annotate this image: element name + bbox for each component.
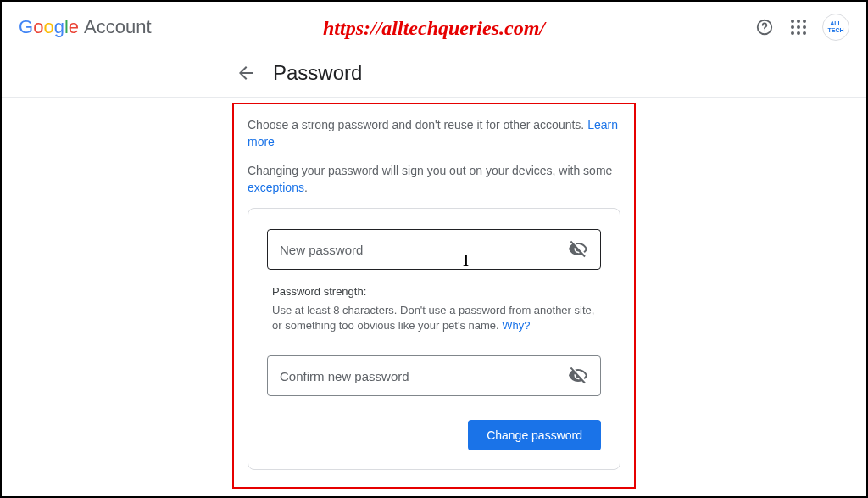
profile-avatar[interactable]: ALL TECH: [822, 14, 849, 41]
password-strength-text: Use at least 8 characters. Don't use a p…: [267, 303, 601, 333]
why-link[interactable]: Why?: [502, 319, 530, 332]
intro-line-1: Choose a strong password and don't reuse…: [248, 116, 620, 150]
toggle-visibility-icon[interactable]: [568, 239, 588, 260]
button-row: Change password: [267, 420, 601, 450]
highlight-box: Choose a strong password and don't reuse…: [232, 103, 636, 489]
svg-point-1: [764, 31, 765, 31]
apps-icon[interactable]: [788, 17, 809, 37]
main-content: Choose a strong password and don't reuse…: [2, 98, 866, 489]
page-header: Password: [2, 53, 866, 98]
exceptions-link[interactable]: exceptions: [248, 181, 304, 194]
watermark-text: https://alltechqueries.com/: [323, 17, 545, 40]
account-label: Account: [84, 16, 152, 38]
back-arrow-icon[interactable]: [236, 63, 256, 83]
page-title: Password: [273, 61, 362, 85]
google-logo: Google: [19, 16, 79, 38]
intro-line-2: Changing your password will sign you out…: [248, 162, 620, 196]
change-password-button[interactable]: Change password: [468, 420, 601, 450]
toggle-visibility-icon[interactable]: [568, 366, 588, 386]
header-brand: Google Account: [19, 16, 152, 38]
header-actions: ALL TECH: [754, 14, 849, 41]
password-card: I Password strength: Use at least 8 char…: [248, 208, 620, 470]
password-strength-label: Password strength:: [267, 285, 601, 298]
confirm-password-input[interactable]: [280, 369, 568, 383]
confirm-password-field-wrapper: [267, 355, 601, 396]
help-icon[interactable]: [754, 17, 775, 37]
new-password-field-wrapper: I: [267, 229, 601, 270]
new-password-input[interactable]: [280, 243, 568, 257]
